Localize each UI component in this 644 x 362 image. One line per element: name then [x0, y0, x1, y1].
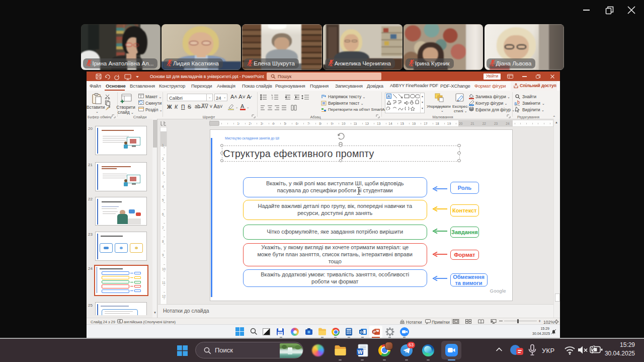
svg-text:A: A [387, 94, 390, 99]
svg-text:O: O [360, 330, 363, 334]
svg-text:b: b [517, 100, 520, 105]
svg-text:W: W [358, 348, 363, 354]
svg-text:P: P [373, 330, 376, 334]
